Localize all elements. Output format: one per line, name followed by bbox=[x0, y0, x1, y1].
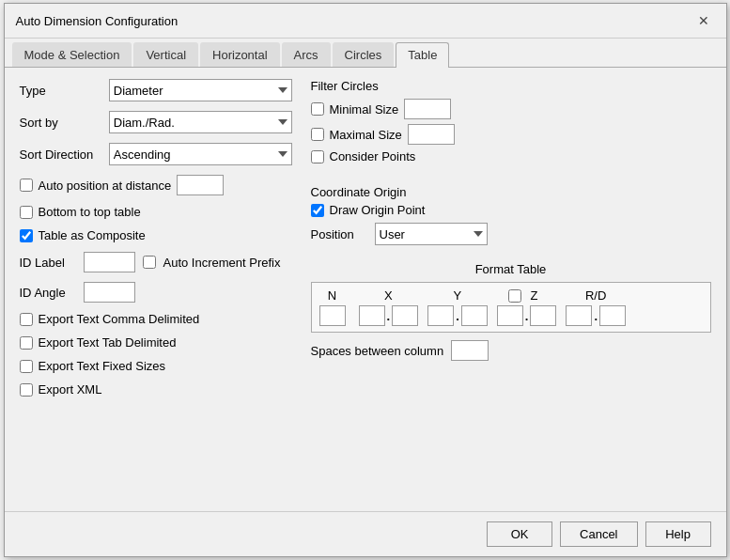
dialog: Auto Dimension Configuration ✕ Mode & Se… bbox=[4, 3, 727, 557]
ft-y-dot: . bbox=[456, 309, 459, 323]
draw-origin-row: Draw Origin Point bbox=[311, 203, 711, 217]
ft-x1-input[interactable]: 3 bbox=[359, 305, 385, 326]
max-size-label: Maximal Size bbox=[330, 128, 402, 142]
sort-dir-label: Sort Direction bbox=[20, 148, 101, 162]
position-row: Position User bbox=[311, 223, 711, 245]
ft-n-input[interactable]: 2 bbox=[319, 305, 346, 326]
min-size-label: Minimal Size bbox=[330, 102, 399, 117]
id-label-row: ID Label Auto Increment Prefix bbox=[20, 252, 292, 272]
tab-mode-selection[interactable]: Mode & Selection bbox=[12, 42, 132, 67]
consider-points-row: Consider Points bbox=[311, 149, 711, 163]
spaces-row: Spaces between column 1 bbox=[311, 340, 711, 361]
ft-rd-header: R/D bbox=[584, 288, 607, 303]
ft-z-checkbox[interactable] bbox=[508, 289, 521, 303]
sort-by-label: Sort by bbox=[20, 116, 101, 130]
sort-by-row: Sort by Diam./Rad. bbox=[20, 111, 292, 133]
export-xml-label: Export XML bbox=[39, 382, 102, 397]
table-composite-row: Table as Composite bbox=[20, 228, 292, 242]
export-xml-checkbox[interactable] bbox=[20, 383, 33, 397]
id-label-input[interactable] bbox=[84, 252, 135, 272]
tabs-row: Mode & Selection Vertical Horizontal Arc… bbox=[5, 39, 726, 68]
format-table-group: Format Table N 2 X 3 . bbox=[311, 262, 711, 361]
ft-z1-input[interactable]: 0 bbox=[497, 305, 523, 326]
help-button[interactable]: Help bbox=[645, 521, 711, 547]
ft-y-col: Y 3 . 3 bbox=[427, 288, 488, 326]
ft-z-dot: . bbox=[525, 309, 529, 323]
max-size-input[interactable]: 0 bbox=[408, 124, 455, 145]
spaces-label: Spaces between column bbox=[311, 344, 444, 358]
bottom-to-top-label: Bottom to top table bbox=[39, 205, 141, 219]
ft-x-dot: . bbox=[387, 309, 391, 323]
left-panel: Type Diameter Sort by Diam./Rad. Sort Di… bbox=[20, 79, 292, 500]
spaces-input[interactable]: 1 bbox=[451, 340, 489, 361]
ft-z2-input[interactable]: 0 bbox=[530, 305, 556, 326]
consider-points-label: Consider Points bbox=[330, 149, 416, 163]
ft-x-col: X 3 . 3 bbox=[359, 288, 419, 326]
id-angle-row: ID Angle 45 bbox=[20, 282, 292, 303]
close-button[interactable]: ✕ bbox=[692, 11, 715, 30]
ft-z-header: Z bbox=[523, 288, 546, 303]
export-comma-row: Export Text Comma Delimited bbox=[20, 312, 292, 326]
auto-position-checkbox[interactable] bbox=[20, 179, 33, 192]
ft-z-col: Z 0 . 0 bbox=[497, 288, 557, 326]
export-fixed-checkbox[interactable] bbox=[20, 360, 33, 373]
table-composite-checkbox[interactable] bbox=[20, 229, 33, 242]
auto-increment-label: Auto Increment Prefix bbox=[163, 256, 281, 270]
ft-n-header: N bbox=[321, 288, 344, 303]
draw-origin-label: Draw Origin Point bbox=[330, 203, 426, 217]
tab-table[interactable]: Table bbox=[396, 42, 449, 68]
bottom-to-top-row: Bottom to top table bbox=[20, 205, 292, 219]
sort-dir-row: Sort Direction Ascending bbox=[20, 143, 292, 165]
tab-circles[interactable]: Circles bbox=[333, 42, 395, 67]
coordinate-origin-group: Coordinate Origin Draw Origin Point Posi… bbox=[311, 185, 711, 245]
ft-y-header: Y bbox=[446, 288, 469, 303]
right-panel: Filter Circles Minimal Size 0 Maximal Si… bbox=[311, 79, 711, 500]
min-size-input[interactable]: 0 bbox=[404, 99, 451, 119]
export-fixed-label: Export Text Fixed Sizes bbox=[39, 359, 166, 373]
ok-button[interactable]: OK bbox=[487, 521, 552, 547]
footer: OK Cancel Help bbox=[5, 511, 726, 556]
ft-rd2-input[interactable]: 3 bbox=[599, 305, 626, 326]
max-size-row: Maximal Size 0 bbox=[311, 124, 711, 145]
filter-title: Filter Circles bbox=[311, 79, 711, 93]
consider-points-checkbox[interactable] bbox=[311, 150, 324, 163]
auto-position-label: Auto position at distance bbox=[39, 179, 172, 193]
filter-circles-group: Filter Circles Minimal Size 0 Maximal Si… bbox=[311, 79, 711, 168]
tab-horizontal[interactable]: Horizontal bbox=[200, 42, 280, 67]
type-select[interactable]: Diameter bbox=[109, 79, 292, 101]
ft-x-header: X bbox=[377, 288, 399, 303]
tab-vertical[interactable]: Vertical bbox=[133, 42, 198, 67]
ft-x2-input[interactable]: 3 bbox=[392, 305, 418, 326]
draw-origin-checkbox[interactable] bbox=[311, 204, 324, 217]
ft-rd1-input[interactable]: 3 bbox=[566, 305, 592, 326]
type-row: Type Diameter bbox=[20, 79, 292, 101]
auto-increment-checkbox[interactable] bbox=[143, 256, 156, 269]
auto-position-row: Auto position at distance 1 bbox=[20, 175, 292, 195]
sort-by-select[interactable]: Diam./Rad. bbox=[109, 111, 292, 133]
ft-y2-input[interactable]: 3 bbox=[461, 305, 488, 326]
ft-rd-col: R/D 3 . 3 bbox=[566, 288, 626, 326]
content-area: Type Diameter Sort by Diam./Rad. Sort Di… bbox=[5, 68, 726, 511]
auto-position-input[interactable]: 1 bbox=[177, 175, 224, 195]
ft-rd-dot: . bbox=[594, 309, 598, 323]
ft-n-col: N 2 bbox=[319, 288, 346, 326]
cancel-button[interactable]: Cancel bbox=[560, 521, 637, 547]
id-angle-label: ID Angle bbox=[20, 286, 76, 300]
export-tab-row: Export Text Tab Delimited bbox=[20, 335, 292, 350]
max-size-checkbox[interactable] bbox=[311, 128, 324, 141]
export-fixed-row: Export Text Fixed Sizes bbox=[20, 359, 292, 373]
dialog-title: Auto Dimension Configuration bbox=[16, 14, 179, 28]
table-composite-label: Table as Composite bbox=[39, 228, 146, 242]
bottom-to-top-checkbox[interactable] bbox=[20, 206, 33, 219]
title-bar: Auto Dimension Configuration ✕ bbox=[5, 4, 726, 39]
export-xml-row: Export XML bbox=[20, 382, 292, 397]
tab-arcs[interactable]: Arcs bbox=[282, 42, 331, 67]
position-select[interactable]: User bbox=[375, 223, 488, 245]
export-comma-checkbox[interactable] bbox=[20, 313, 33, 326]
coord-title: Coordinate Origin bbox=[311, 185, 711, 199]
export-tab-checkbox[interactable] bbox=[20, 336, 33, 350]
ft-y1-input[interactable]: 3 bbox=[427, 305, 454, 326]
id-angle-input[interactable]: 45 bbox=[84, 282, 135, 303]
sort-dir-select[interactable]: Ascending bbox=[109, 143, 292, 165]
min-size-checkbox[interactable] bbox=[311, 102, 324, 116]
